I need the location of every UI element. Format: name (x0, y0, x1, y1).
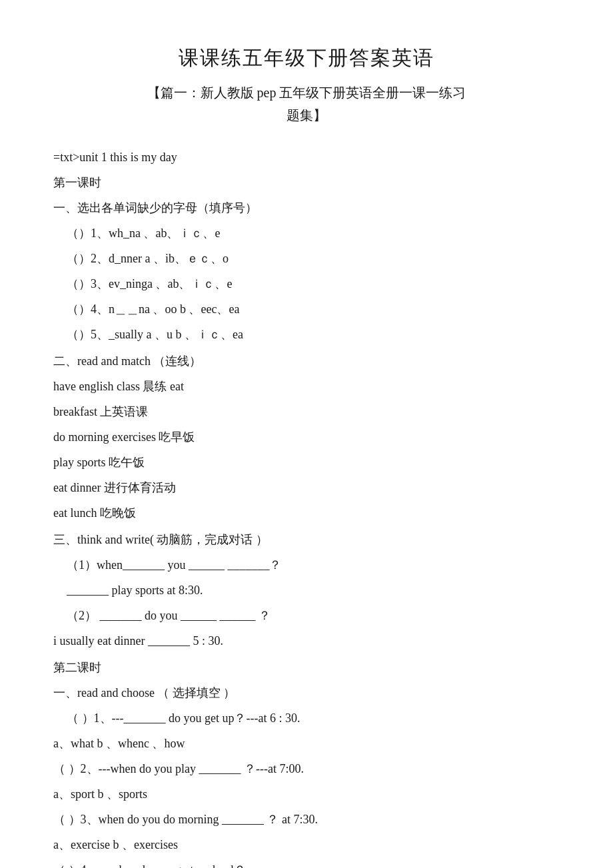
subtitle-line1: 【篇一：新人教版 pep 五年级下册英语全册一课一练习 (53, 81, 560, 104)
list-item: eat dinner 进行体育活动 (53, 476, 560, 500)
list-item: do morning exercises 吃早饭 (53, 425, 560, 449)
section2-title: 二、read and match （连线） (53, 349, 560, 373)
list-item: eat lunch 吃晚饭 (53, 501, 560, 525)
list-item: （）3、ev_ninga 、ab、ｉｃ、e (53, 272, 560, 296)
choose-item-2-options: a、sport b 、sports (53, 782, 560, 806)
lesson2-title: 第二课时 (53, 655, 560, 679)
write-item-1-q: （1）when_______ you ______ _______？ (53, 553, 560, 577)
subtitle-line2: 题集】 (53, 104, 560, 127)
subtitle: 【篇一：新人教版 pep 五年级下册英语全册一课一练习 题集】 (53, 81, 560, 127)
list-item: play sports 吃午饭 (53, 450, 560, 474)
list-item: have english class 晨练 eat (53, 374, 560, 398)
section3-title: 三、think and write( 动脑筋，完成对话 ） (53, 528, 560, 552)
page-title: 课课练五年级下册答案英语 (53, 40, 560, 76)
unit-header: =txt>unit 1 this is my day (53, 145, 560, 169)
choose-item-3-q: （ ）3、when do you do morning _______ ？ at… (53, 807, 560, 831)
list-item: （）5、_sually a 、u b 、ｉｃ、ea (53, 322, 560, 346)
lesson1-title: 第一课时 (53, 171, 560, 195)
choose-item-2-q: （ ）2、---when do you play _______ ？---at … (53, 757, 560, 781)
choose-item-3-options: a、exercise b 、exercises (53, 833, 560, 857)
write-item-2-a: i usually eat dinner _______ 5 : 30. (53, 629, 560, 653)
list-item: （）1、wh_na 、ab、ｉｃ、e (53, 221, 560, 245)
choose-item-1-options: a、what b 、whenc 、how (53, 731, 560, 755)
section4-title: 一、read and choose （ 选择填空 ） (53, 681, 560, 705)
list-item: （）4、n＿＿na 、oo b 、eec、ea (53, 297, 560, 321)
list-item: breakfast 上英语课 (53, 400, 560, 424)
list-item: （）2、d_nner a 、ib、ｅｃ、o (53, 246, 560, 270)
section1-title: 一、选出各单词缺少的字母（填序号） (53, 196, 560, 220)
choose-item-1-q: （ ）1、---_______ do you get up？---at 6 : … (53, 706, 560, 730)
write-item-1-a: _______ play sports at 8:30. (53, 578, 560, 602)
write-item-2-q: （2） _______ do you ______ ______ ？ (53, 604, 560, 628)
choose-item-4-q: （ ）4、---when do you go to school？ (53, 858, 560, 868)
